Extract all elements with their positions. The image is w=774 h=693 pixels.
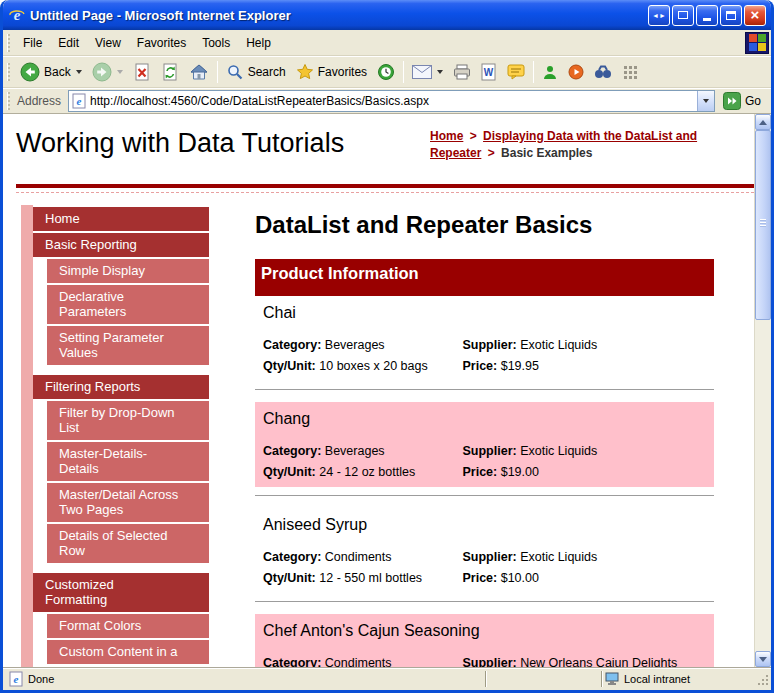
address-dropdown-button[interactable] [697, 91, 714, 111]
page-icon: e [9, 671, 23, 687]
sidebar-item-custom-content[interactable]: Custom Content in a [47, 640, 209, 664]
status-separator [485, 671, 487, 687]
back-label: Back [44, 65, 71, 79]
product-row: Category: Condiments Supplier: New Orlea… [263, 656, 706, 667]
titlebar-screen-button[interactable] [672, 5, 694, 26]
search-button[interactable]: Search [221, 61, 291, 83]
product-row: Qty/Unit: 12 - 550 ml bottles Price: $10… [263, 571, 706, 585]
home-button[interactable] [184, 61, 214, 83]
status-left: e Done [3, 671, 483, 687]
supplier-label: Supplier: [462, 656, 516, 667]
section-header: Product Information [255, 259, 714, 296]
address-input[interactable]: e http://localhost:4560/Code/DataListRep… [68, 90, 715, 112]
category-value: Condiments [325, 656, 392, 667]
supplier-value: New Orleans Cajun Delights [520, 656, 677, 667]
breadcrumb: Home > Displaying Data with the DataList… [430, 128, 722, 162]
breadcrumb-separator: > [470, 129, 477, 143]
back-dropdown-icon[interactable] [76, 70, 82, 74]
sidebar-item-home[interactable]: Home [33, 207, 209, 231]
edit-button[interactable]: W [476, 61, 502, 83]
scrollbar-track[interactable] [755, 130, 771, 651]
product-name: Chang [263, 410, 706, 428]
breadcrumb-link-home[interactable]: Home [430, 129, 463, 143]
sidebar-item-master-detail-across-two-pages[interactable]: Master/Detail Across Two Pages [47, 483, 209, 522]
discuss-icon [507, 64, 525, 80]
qty-value: 12 - 550 ml bottles [319, 571, 422, 585]
forward-button[interactable] [87, 60, 128, 84]
research-button[interactable] [589, 63, 617, 81]
supplier-label: Supplier: [462, 550, 516, 564]
sidebar-item-basic-reporting[interactable]: Basic Reporting [33, 233, 209, 257]
addressbar-grip[interactable] [7, 92, 10, 110]
close-button[interactable]: × [744, 5, 766, 26]
back-button[interactable]: Back [15, 60, 87, 84]
media-button[interactable] [563, 62, 589, 82]
discuss-button[interactable] [502, 62, 530, 82]
address-url[interactable]: http://localhost:4560/Code/DataListRepea… [90, 94, 697, 108]
maximize-button[interactable] [720, 5, 742, 26]
supplier-label: Supplier: [462, 444, 516, 458]
menu-edit[interactable]: Edit [50, 32, 87, 54]
messenger-button[interactable] [537, 62, 563, 82]
refresh-button[interactable] [156, 61, 184, 83]
menubar-grip[interactable] [7, 34, 10, 52]
sidebar-item-setting-parameter-values[interactable]: Setting Parameter Values [47, 326, 209, 365]
menu-file[interactable]: File [15, 32, 50, 54]
title-bar[interactable]: e Untitled Page - Microsoft Internet Exp… [3, 0, 771, 30]
svg-text:W: W [484, 67, 494, 78]
menu-help[interactable]: Help [238, 32, 279, 54]
go-button[interactable]: Go [715, 92, 767, 110]
quick-launch-icon [622, 64, 638, 80]
sidebar-item-format-colors[interactable]: Format Colors [47, 614, 209, 638]
price-value: $19.00 [501, 465, 539, 479]
stop-button[interactable] [128, 61, 156, 83]
menu-tools[interactable]: Tools [194, 32, 238, 54]
minimize-button[interactable] [696, 5, 718, 26]
stop-icon [133, 63, 151, 81]
go-label: Go [745, 94, 761, 108]
toolbar-grip[interactable] [7, 63, 10, 81]
category-label: Category: [263, 550, 321, 564]
titlebar-arrows-button[interactable]: ◄► [648, 5, 670, 26]
messenger-icon [542, 64, 558, 80]
sidebar-item-details-of-selected-row[interactable]: Details of Selected Row [47, 524, 209, 563]
sidebar-item-simple-display[interactable]: Simple Display [47, 259, 209, 283]
forward-dropdown-icon[interactable] [117, 70, 123, 74]
product-name: Chef Anton's Cajun Seasoning [263, 622, 706, 640]
sidebar-item-declarative-parameters[interactable]: Declarative Parameters [47, 285, 209, 324]
sidebar-item-master-details-details[interactable]: Master-Details-Details [47, 442, 209, 481]
sidebar-item-customized-formatting[interactable]: Customized Formatting [33, 573, 209, 612]
product-item: Chef Anton's Cajun Seasoning Category: C… [255, 614, 714, 667]
arrow-up-icon [759, 120, 767, 125]
scroll-up-button[interactable] [755, 114, 771, 130]
sidebar-item-filter-by-drop-down-list[interactable]: Filter by Drop-Down List [47, 401, 209, 440]
menu-favorites[interactable]: Favorites [129, 32, 194, 54]
favorites-button[interactable]: Favorites [291, 61, 372, 83]
item-separator [255, 495, 714, 496]
sidebar-nav: Home Basic Reporting Simple Display Decl… [16, 199, 209, 664]
mail-icon [412, 65, 432, 79]
category-value: Beverages [325, 444, 385, 458]
back-icon [20, 62, 40, 82]
print-button[interactable] [448, 62, 476, 82]
menu-view[interactable]: View [87, 32, 129, 54]
history-button[interactable] [372, 61, 400, 83]
scrollbar-thumb[interactable] [755, 130, 771, 320]
search-label: Search [248, 65, 286, 79]
status-progress-panel [489, 671, 599, 687]
vertical-scrollbar[interactable] [754, 114, 771, 667]
resize-grip[interactable] [755, 672, 770, 687]
product-row: Category: Condiments Supplier: Exotic Li… [263, 550, 706, 564]
sidebar-item-filtering-reports[interactable]: Filtering Reports [33, 375, 209, 399]
quick-launch-button[interactable] [617, 62, 643, 82]
mail-dropdown-icon[interactable] [437, 70, 443, 74]
screen-icon [678, 11, 688, 19]
mail-button[interactable] [407, 63, 448, 81]
category-value: Beverages [325, 338, 385, 352]
product-row: Category: Beverages Supplier: Exotic Liq… [263, 338, 706, 352]
browser-window: e Untitled Page - Microsoft Internet Exp… [0, 0, 774, 693]
web-page: Working with Data Tutorials Home > Displ… [3, 114, 754, 667]
scroll-down-button[interactable] [755, 651, 771, 667]
print-icon [453, 64, 471, 80]
maximize-icon [726, 11, 736, 20]
